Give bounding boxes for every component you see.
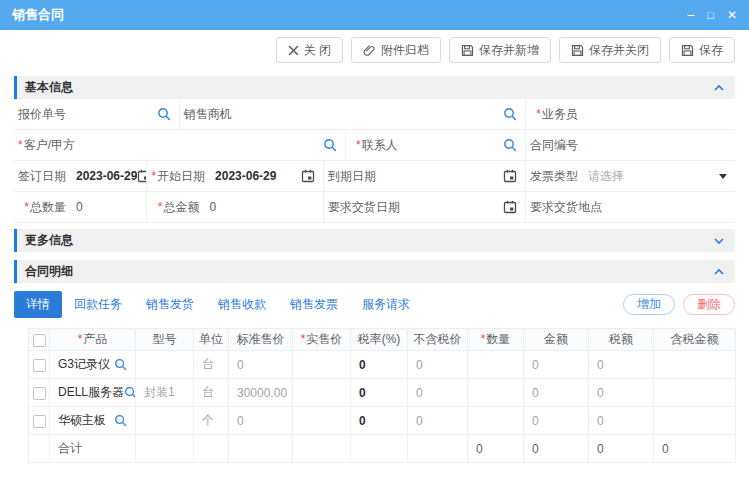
model-cell[interactable] — [136, 351, 194, 379]
amount-cell[interactable]: 0 — [524, 407, 589, 435]
tax-rate-cell[interactable]: 0 — [351, 379, 408, 407]
model-cell[interactable]: 封装1 — [136, 379, 194, 407]
chevron-down-icon — [719, 174, 727, 179]
delete-row-button[interactable]: 删除 — [683, 294, 735, 315]
row-checkbox[interactable] — [33, 359, 46, 372]
total-qty-cell: 0 — [468, 435, 524, 463]
save-and-new-button[interactable]: 保存并新增 — [449, 37, 551, 63]
tax-rate-cell[interactable]: 0 — [351, 407, 408, 435]
tab-detail[interactable]: 详情 — [14, 291, 62, 318]
total-label: 合计 — [50, 435, 136, 463]
close-icon — [288, 45, 299, 56]
std-price-cell[interactable]: 0 — [229, 407, 293, 435]
tax-rate-cell[interactable]: 0 — [351, 351, 408, 379]
model-cell[interactable] — [136, 407, 194, 435]
sell-price-cell[interactable] — [293, 379, 351, 407]
search-icon[interactable] — [124, 386, 135, 399]
calendar-icon[interactable] — [503, 169, 517, 183]
collapse-contract-detail-button[interactable] — [713, 268, 725, 276]
tax-cell[interactable]: 0 — [589, 407, 654, 435]
invoice-type-select[interactable]: 请选择 — [588, 161, 735, 191]
close-window-button[interactable]: ✕ — [727, 9, 737, 21]
quote-no-input[interactable] — [76, 99, 179, 129]
field-label: *业务员 — [526, 106, 588, 123]
total-qty-input[interactable]: 0 — [76, 192, 146, 222]
field-delivery-place: 要求交货地点 — [526, 192, 735, 223]
col-amount: 金额 — [524, 329, 589, 351]
form-row: *总数量 0 *总金额 0 要求交货日期 要求交货地点 — [14, 192, 735, 223]
delivery-date-input[interactable] — [410, 192, 525, 222]
search-icon[interactable] — [114, 358, 135, 371]
unit-cell[interactable]: 台 — [194, 379, 229, 407]
calendar-icon[interactable] — [137, 169, 147, 183]
contact-input[interactable] — [408, 130, 525, 160]
excl-tax-cell[interactable]: 0 — [408, 407, 468, 435]
select-all-checkbox[interactable] — [33, 334, 46, 347]
col-std-price: 标准售价 — [229, 329, 293, 351]
tax-cell[interactable]: 0 — [589, 379, 654, 407]
opportunity-input[interactable] — [242, 99, 525, 129]
chevron-up-icon — [713, 268, 725, 276]
close-button[interactable]: 关 闭 — [276, 37, 343, 63]
std-price-cell[interactable]: 30000.00 — [229, 379, 293, 407]
tab-sales-receipt[interactable]: 销售收款 — [206, 291, 278, 318]
amount-cell[interactable]: 0 — [524, 379, 589, 407]
calendar-icon[interactable] — [503, 200, 517, 214]
customer-input[interactable] — [85, 130, 345, 160]
excl-tax-cell[interactable]: 0 — [408, 351, 468, 379]
incl-tax-cell[interactable] — [654, 379, 736, 407]
collapse-basic-info-button[interactable] — [713, 84, 725, 92]
tab-sales-delivery[interactable]: 销售发货 — [134, 291, 206, 318]
due-date-input[interactable] — [386, 161, 525, 191]
tax-cell[interactable]: 0 — [589, 351, 654, 379]
search-icon[interactable] — [323, 138, 337, 152]
attachment-archive-button[interactable]: 附件归档 — [351, 37, 441, 63]
product-name[interactable]: DELL服务器 — [58, 384, 124, 401]
form-row: 签订日期 2023-06-29 *开始日期 2023-06-29 到期日期 发票… — [14, 161, 735, 192]
row-checkbox[interactable] — [33, 387, 46, 400]
incl-tax-cell[interactable] — [654, 351, 736, 379]
chevron-up-icon — [713, 84, 725, 92]
qty-cell[interactable] — [468, 379, 524, 407]
search-icon[interactable] — [503, 138, 517, 152]
sell-price-cell[interactable] — [293, 407, 351, 435]
sell-price-cell[interactable] — [293, 351, 351, 379]
add-row-button[interactable]: 增加 — [623, 294, 675, 315]
tab-service-request[interactable]: 服务请求 — [350, 291, 422, 318]
product-name[interactable]: G3记录仪 — [58, 356, 114, 373]
save-button[interactable]: 保存 — [669, 37, 735, 63]
col-incl-tax: 含税金额 — [654, 329, 736, 351]
field-salesperson: *业务员 — [526, 99, 735, 130]
salesperson-input[interactable] — [588, 99, 735, 129]
tab-sales-invoice[interactable]: 销售发票 — [278, 291, 350, 318]
amount-cell[interactable]: 0 — [524, 351, 589, 379]
sign-date-input[interactable]: 2023-06-29 — [76, 161, 147, 191]
save-and-close-button[interactable]: 保存并关闭 — [559, 37, 661, 63]
field-label: 到期日期 — [324, 168, 386, 185]
delivery-place-input[interactable] — [612, 192, 735, 222]
tab-payment-task[interactable]: 回款任务 — [62, 291, 134, 318]
std-price-cell[interactable]: 0 — [229, 351, 293, 379]
contract-no-input[interactable] — [588, 130, 735, 160]
qty-cell[interactable] — [468, 407, 524, 435]
search-icon[interactable] — [503, 107, 517, 121]
search-icon[interactable] — [157, 107, 171, 121]
qty-cell[interactable] — [468, 351, 524, 379]
unit-cell[interactable]: 台 — [194, 351, 229, 379]
field-customer: *客户/甲方 — [14, 130, 346, 161]
expand-more-info-button[interactable] — [713, 237, 725, 245]
product-name[interactable]: 华硕主板 — [58, 412, 114, 429]
excl-tax-cell[interactable]: 0 — [408, 379, 468, 407]
calendar-icon[interactable] — [301, 169, 315, 183]
incl-tax-cell[interactable] — [654, 407, 736, 435]
maximize-button[interactable]: □ — [707, 10, 714, 21]
field-delivery-date: 要求交货日期 — [324, 192, 526, 223]
start-date-input[interactable]: 2023-06-29 — [215, 161, 323, 191]
row-checkbox[interactable] — [33, 415, 46, 428]
field-label: *客户/甲方 — [14, 137, 85, 154]
unit-cell[interactable]: 个 — [194, 407, 229, 435]
total-amount-input[interactable]: 0 — [209, 192, 323, 222]
total-row: 合计 0 0 0 0 — [29, 435, 736, 463]
search-icon[interactable] — [114, 414, 135, 427]
minimize-button[interactable]: – — [688, 9, 695, 21]
